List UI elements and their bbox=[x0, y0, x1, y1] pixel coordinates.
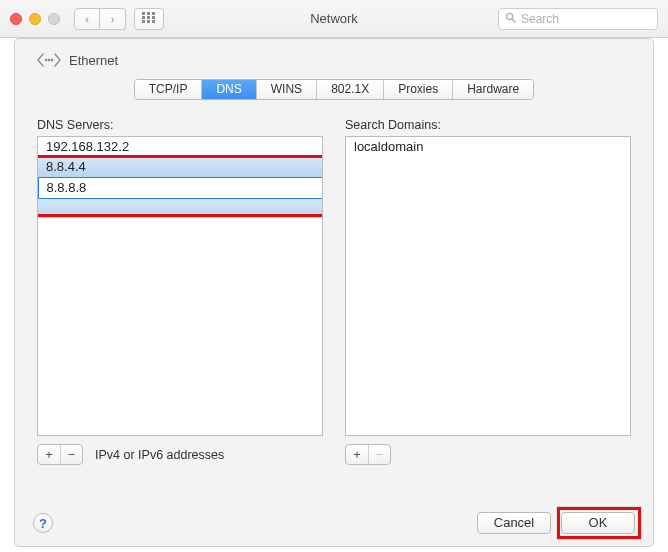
chevron-right-icon: › bbox=[111, 13, 115, 25]
forward-button[interactable]: › bbox=[100, 8, 126, 30]
action-buttons: Cancel OK bbox=[477, 512, 635, 534]
dns-server-row-empty[interactable] bbox=[38, 198, 322, 218]
tab-tcpip[interactable]: TCP/IP bbox=[135, 80, 203, 99]
tab-wins[interactable]: WINS bbox=[257, 80, 317, 99]
search-placeholder: Search bbox=[521, 12, 559, 26]
network-preferences-window: ‹ › Network Search bbox=[0, 0, 668, 552]
add-dns-server-button[interactable]: + bbox=[38, 445, 60, 464]
add-search-domain-button[interactable]: + bbox=[346, 445, 368, 464]
dns-server-row[interactable]: 192.168.132.2 bbox=[38, 137, 322, 157]
search-domains-list[interactable]: localdomain bbox=[345, 136, 631, 436]
show-all-button[interactable] bbox=[134, 8, 164, 30]
sheet-footer: ? Cancel OK bbox=[33, 512, 635, 534]
ok-button[interactable]: OK bbox=[561, 512, 635, 534]
search-domains-label: Search Domains: bbox=[345, 118, 631, 132]
svg-rect-3 bbox=[142, 16, 145, 19]
remove-search-domain-button[interactable]: − bbox=[368, 445, 390, 464]
tab-8021x[interactable]: 802.1X bbox=[317, 80, 384, 99]
search-domains-add-remove: + − bbox=[345, 444, 391, 465]
grid-icon bbox=[142, 12, 156, 25]
titlebar: ‹ › Network Search bbox=[0, 0, 668, 38]
search-domains-column: Search Domains: localdomain + − bbox=[345, 114, 631, 465]
close-window-button[interactable] bbox=[10, 13, 22, 25]
dns-servers-label: DNS Servers: bbox=[37, 118, 323, 132]
cancel-button[interactable]: Cancel bbox=[477, 512, 551, 534]
interface-header: Ethernet bbox=[37, 51, 635, 69]
zoom-window-button[interactable] bbox=[48, 13, 60, 25]
svg-point-13 bbox=[51, 59, 54, 62]
dns-server-row[interactable]: 8.8.4.4 bbox=[38, 157, 322, 177]
ethernet-icon bbox=[37, 51, 61, 69]
svg-rect-4 bbox=[147, 16, 150, 19]
help-button[interactable]: ? bbox=[33, 513, 53, 533]
search-icon bbox=[505, 12, 516, 26]
tab-hardware[interactable]: Hardware bbox=[453, 80, 533, 99]
svg-rect-1 bbox=[147, 12, 150, 15]
dns-columns: DNS Servers: 192.168.132.2 8.8.4.4 8.8.8… bbox=[33, 110, 635, 465]
svg-rect-7 bbox=[147, 20, 150, 23]
chevron-left-icon: ‹ bbox=[85, 13, 89, 25]
dns-server-row-editing[interactable]: 8.8.8.8 bbox=[38, 177, 323, 199]
svg-rect-0 bbox=[142, 12, 145, 15]
search-domain-row[interactable]: localdomain bbox=[346, 137, 630, 157]
svg-line-10 bbox=[512, 18, 515, 21]
dns-servers-list[interactable]: 192.168.132.2 8.8.4.4 8.8.8.8 bbox=[37, 136, 323, 436]
svg-rect-5 bbox=[152, 16, 155, 19]
dns-servers-hint: IPv4 or IPv6 addresses bbox=[95, 448, 224, 462]
svg-point-12 bbox=[48, 59, 51, 62]
search-field[interactable]: Search bbox=[498, 8, 658, 30]
settings-sheet: Ethernet TCP/IP DNS WINS 802.1X Proxies … bbox=[14, 38, 654, 547]
svg-rect-2 bbox=[152, 12, 155, 15]
tab-proxies[interactable]: Proxies bbox=[384, 80, 453, 99]
remove-dns-server-button[interactable]: − bbox=[60, 445, 82, 464]
tab-dns[interactable]: DNS bbox=[202, 80, 256, 99]
dns-servers-column: DNS Servers: 192.168.132.2 8.8.4.4 8.8.8… bbox=[37, 114, 323, 465]
minimize-window-button[interactable] bbox=[29, 13, 41, 25]
interface-name: Ethernet bbox=[69, 53, 118, 68]
nav-back-forward: ‹ › bbox=[74, 8, 126, 30]
window-controls bbox=[10, 13, 60, 25]
svg-point-11 bbox=[45, 59, 48, 62]
dns-servers-add-remove: + − bbox=[37, 444, 83, 465]
svg-rect-6 bbox=[142, 20, 145, 23]
back-button[interactable]: ‹ bbox=[74, 8, 100, 30]
tab-bar: TCP/IP DNS WINS 802.1X Proxies Hardware bbox=[33, 79, 635, 100]
svg-rect-8 bbox=[152, 20, 155, 23]
